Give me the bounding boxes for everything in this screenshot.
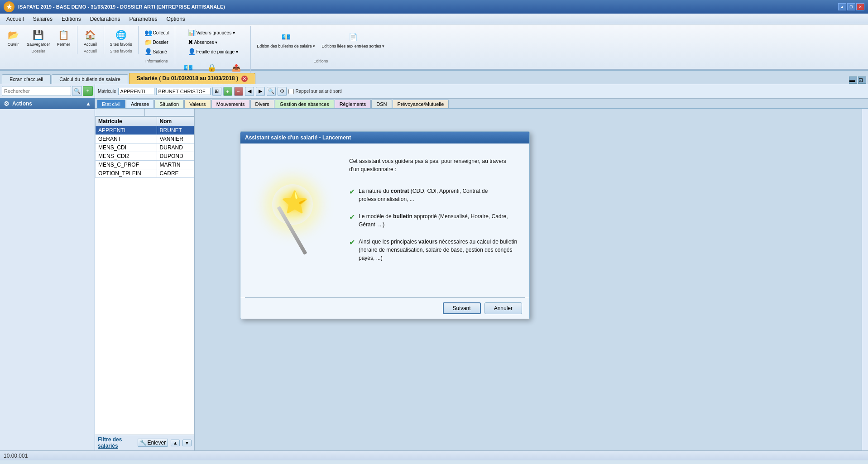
actions-icon: ⚙	[4, 100, 10, 107]
nav-add-button[interactable]: +	[223, 87, 232, 96]
editions-group-label: Editions	[313, 59, 328, 63]
accueil-buttons: 🏠 Accueil	[81, 26, 100, 48]
nav-search-button[interactable]: 🔍	[267, 87, 276, 96]
tab-accueil[interactable]: Ecran d'accueil	[2, 74, 51, 84]
table-row[interactable]: OPTION_TPLEINCADRE	[96, 169, 194, 178]
matricule-input[interactable]	[118, 88, 154, 95]
open-button[interactable]: 📂 Ouvrir	[4, 26, 23, 48]
menu-editions[interactable]: Editions	[57, 15, 86, 23]
menu-declarations[interactable]: Déclarations	[86, 15, 125, 23]
sub-tab-valeurs[interactable]: Valeurs	[184, 100, 211, 108]
filter-label[interactable]: Filtre des salariés	[98, 436, 135, 449]
search-button[interactable]: 🔍	[72, 86, 82, 96]
menu-accueil[interactable]: Accueil	[2, 15, 29, 23]
sub-tab-mouvements[interactable]: Mouvements	[211, 100, 250, 108]
scroll-indicator[interactable]	[862, 109, 868, 450]
add-button[interactable]: +	[83, 86, 93, 96]
table-row[interactable]: MENS_CDIDURAND	[96, 144, 194, 152]
salarie-label: Salarié	[153, 49, 167, 54]
sub-tab-gestion-absences[interactable]: Gestion des absences	[275, 100, 334, 108]
emp-filter-nom[interactable]	[145, 109, 195, 116]
close-button-ribbon[interactable]: 📋 Fermer	[54, 26, 73, 48]
nav-prev-button[interactable]: ◀	[245, 87, 254, 96]
col-matricule[interactable]: Matricule	[96, 117, 157, 126]
cell-nom: BRUNET	[157, 126, 194, 135]
save-button[interactable]: 💾 Sauvegarder	[24, 26, 53, 48]
sites-label: Sites favoris	[110, 42, 132, 47]
edition-bulletins-button[interactable]: 💶 Edition des bulletins de salaire ▾	[254, 28, 317, 50]
tab-salaries-label: Salariés ( Du 01/03/2018 au 31/03/2018 )	[137, 75, 238, 81]
filter-bar: Filtre des salariés 🔧 Enlever ▲ ▼	[95, 435, 194, 450]
annuler-button[interactable]: Annuler	[484, 302, 522, 314]
sub-tab-situation[interactable]: Situation	[154, 100, 184, 108]
search-bar: 🔍 +	[0, 84, 95, 98]
editions-liees-icon: 📄	[346, 29, 360, 44]
panel-maximize-button[interactable]: ⊡	[858, 77, 866, 84]
panel-minimize-button[interactable]: ▬	[849, 77, 857, 84]
tab-salaries[interactable]: Salariés ( Du 01/03/2018 au 31/03/2018 )…	[129, 73, 255, 84]
accueil-button[interactable]: 🏠 Accueil	[81, 26, 100, 48]
suivant-button[interactable]: Suivant	[443, 302, 481, 314]
menu-salaires[interactable]: Salaires	[29, 15, 57, 23]
ribbon-group-info: 👥 Collectif 📁 Dossier 👤 Salarié Informat…	[142, 26, 176, 64]
rappel-checkbox[interactable]	[288, 89, 294, 94]
table-row[interactable]: MENS_C_PROFMARTIN	[96, 161, 194, 169]
wizard-item-text-2: Le modèle de bulletin approprié (Mensual…	[359, 212, 520, 229]
sub-tab-reglements[interactable]: Règlements	[335, 100, 371, 108]
nav-remove-button[interactable]: −	[234, 87, 243, 96]
sub-tab-adresse[interactable]: Adresse	[126, 100, 154, 108]
filter-down-button[interactable]: ▼	[182, 440, 192, 446]
enlever-label: Enlever	[148, 440, 166, 446]
close-button[interactable]: ✕	[856, 3, 864, 10]
col-nom[interactable]: Nom	[157, 117, 194, 126]
salarie-button[interactable]: 👤 Salarié	[142, 47, 172, 56]
wand-star: ⭐	[281, 189, 308, 216]
salarie-icon: 👤	[144, 48, 152, 55]
nav-settings-button[interactable]: ⚙	[278, 87, 287, 96]
feuille-pointage-button[interactable]: 👤 Feuille de pointage ▾	[186, 47, 240, 56]
minimize-button[interactable]: ▲	[838, 3, 846, 10]
sites-buttons: 🌐 Sites favoris	[108, 26, 134, 48]
ribbon-group-sites: 🌐 Sites favoris Sites favoris	[108, 26, 139, 54]
matricule-label: Matricule	[98, 89, 116, 94]
sub-tab-etat-civil[interactable]: Etat civil	[97, 100, 125, 108]
wizard-item-text-1: La nature du contrat (CDD, CDI, Apprenti…	[359, 187, 520, 203]
editions-liees-label: Editions liées aux entrées sorties ▾	[321, 44, 384, 48]
sub-tab-prevoyance[interactable]: Prévoyance/Mutuelle	[393, 100, 449, 108]
search-input[interactable]	[2, 86, 71, 96]
status-text: 10.00.001	[4, 453, 28, 459]
employee-list-scroll[interactable]: Matricule Nom APPRENTIBRUNETGERANTVANNIE…	[95, 116, 194, 435]
valeurs-groupees-button[interactable]: 📊 Valeurs groupées ▾	[186, 28, 237, 37]
enlever-button[interactable]: 🔧 Enlever	[138, 439, 168, 447]
collectif-button[interactable]: 👥 Collectif	[142, 28, 172, 37]
editions-liees-button[interactable]: 📄 Editions liées aux entrées sorties ▾	[319, 28, 387, 50]
ribbon-group-dossier: 📂 Ouvrir 💾 Sauvegarder 📋 Fermer Dossier	[4, 26, 77, 54]
sites-button[interactable]: 🌐 Sites favoris	[108, 26, 134, 48]
dossier-info-button[interactable]: 📁 Dossier	[142, 38, 172, 47]
maximize-button[interactable]: ⊡	[847, 3, 855, 10]
table-row[interactable]: MENS_CDI2DUPOND	[96, 152, 194, 161]
menu-options[interactable]: Options	[162, 15, 189, 23]
menu-parametres[interactable]: Paramètres	[125, 15, 162, 23]
name-input[interactable]	[156, 88, 211, 95]
absences-button[interactable]: ✖ Absences ▾	[186, 38, 240, 47]
table-row[interactable]: APPRENTIBRUNET	[96, 126, 194, 135]
filter-up-button[interactable]: ▲	[171, 440, 180, 446]
nav-next-button[interactable]: ▶	[256, 87, 265, 96]
sub-tab-dsn[interactable]: DSN	[371, 100, 392, 108]
dialog-title: Assistant saisie d'un salarié - Lancemen…	[245, 134, 351, 141]
dialog-footer: Suivant Annuler	[240, 298, 529, 319]
status-bar: 10.00.001	[0, 450, 868, 460]
check-icon-2: ✔	[349, 213, 355, 221]
save-label: Sauvegarder	[27, 42, 50, 47]
sub-tab-divers[interactable]: Divers	[250, 100, 274, 108]
edition-bulletins-label: Edition des bulletins de salaire ▾	[257, 44, 315, 48]
actions-collapse-button[interactable]: ▲	[86, 100, 91, 107]
nav-first-button[interactable]: ⊞	[212, 87, 221, 96]
tab-calcul-bulletin[interactable]: Calcul du bulletin de salaire	[52, 74, 128, 84]
emp-filter-matricule[interactable]	[95, 109, 145, 116]
accueil-icon: 🏠	[83, 28, 98, 42]
table-row[interactable]: GERANTVANNIER	[96, 135, 194, 144]
valeurs-groupees-label: Valeurs groupées ▾	[197, 30, 235, 35]
tab-close-button[interactable]: ✕	[241, 76, 248, 82]
